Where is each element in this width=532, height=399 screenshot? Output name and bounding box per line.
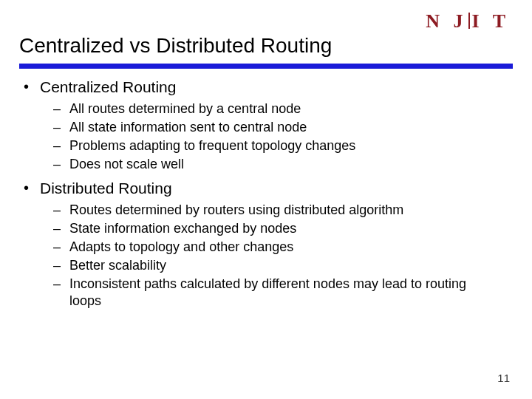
list-item: –Inconsistent paths calculated by differ… <box>53 276 513 310</box>
bullet-dash-icon: – <box>53 257 69 274</box>
sub-list: –Routes determined by routers using dist… <box>53 202 513 310</box>
list-item: –Problems adapting to frequent topology … <box>53 137 513 154</box>
section-heading: • Distributed Routing <box>24 179 513 199</box>
bullet-dash-icon: – <box>53 276 69 310</box>
slide-body: • Centralized Routing –All routes determ… <box>19 78 513 310</box>
bullet-dash-icon: – <box>53 220 69 237</box>
slide: N JI T Centralized vs Distributed Routin… <box>0 0 532 399</box>
list-item-text: All state information sent to central no… <box>69 119 513 136</box>
slide-title: Centralized vs Distributed Routing <box>19 34 513 58</box>
bullet-dot-icon: • <box>24 78 40 98</box>
section-heading-text: Distributed Routing <box>40 179 513 199</box>
list-item-text: Does not scale well <box>69 156 513 173</box>
list-item: –Better scalability <box>53 257 513 274</box>
list-item: –Does not scale well <box>53 156 513 173</box>
bullet-dash-icon: – <box>53 239 69 256</box>
section-heading-text: Centralized Routing <box>40 78 513 98</box>
list-item-text: Routes determined by routers using distr… <box>69 202 513 219</box>
list-item-text: Problems adapting to frequent topology c… <box>69 137 513 154</box>
njit-logo: N JI T <box>426 10 510 33</box>
list-item: –All state information sent to central n… <box>53 119 513 136</box>
list-item: –State information exchanged by nodes <box>53 220 513 237</box>
page-number: 11 <box>497 372 510 384</box>
bullet-dot-icon: • <box>24 179 40 199</box>
title-underline <box>19 64 513 69</box>
list-item-text: Better scalability <box>69 257 513 274</box>
list-item-text: Inconsistent paths calculated by differe… <box>69 276 513 310</box>
bullet-dash-icon: – <box>53 202 69 219</box>
list-item-text: Adapts to topology and other changes <box>69 239 513 256</box>
bullet-dash-icon: – <box>53 100 69 117</box>
list-item: –All routes determined by a central node <box>53 100 513 117</box>
bullet-dash-icon: – <box>53 119 69 136</box>
sub-list: –All routes determined by a central node… <box>53 100 513 173</box>
list-item: –Adapts to topology and other changes <box>53 239 513 256</box>
list-item-text: All routes determined by a central node <box>69 100 513 117</box>
list-item-text: State information exchanged by nodes <box>69 220 513 237</box>
list-item: –Routes determined by routers using dist… <box>53 202 513 219</box>
bullet-dash-icon: – <box>53 137 69 154</box>
bullet-dash-icon: – <box>53 156 69 173</box>
section-heading: • Centralized Routing <box>24 78 513 98</box>
